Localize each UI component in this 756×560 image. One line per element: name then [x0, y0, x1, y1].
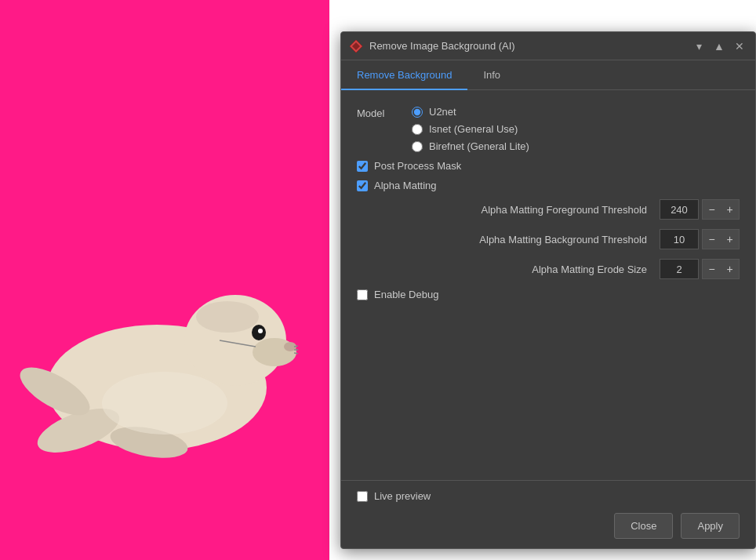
enable-debug-label: Enable Debug: [374, 289, 438, 300]
radio-birefnet-label: Birefnet (General Lite): [429, 140, 529, 152]
foreground-threshold-control: 240 − +: [660, 199, 740, 220]
apply-button[interactable]: Apply: [681, 513, 740, 539]
model-label: Model: [357, 106, 412, 119]
erode-size-row: Alpha Matting Erode Size 2 − +: [357, 259, 740, 279]
erode-size-increment[interactable]: +: [721, 259, 740, 279]
svg-point-5: [258, 329, 263, 333]
alpha-matting-label: Alpha Matting: [374, 180, 437, 191]
foreground-threshold-label: Alpha Matting Foreground Threshold: [357, 204, 660, 216]
foreground-threshold-value: 240: [660, 199, 699, 220]
post-process-mask-label: Post Process Mask: [374, 160, 461, 172]
radio-u2net-label: U2net: [429, 106, 456, 118]
app-icon: [349, 39, 363, 53]
minimize-button[interactable]: ▾: [691, 38, 707, 54]
tab-remove-background[interactable]: Remove Background: [341, 61, 467, 90]
model-radio-group: U2net Isnet (General Use) Birefnet (Gene…: [412, 106, 529, 152]
radio-isnet[interactable]: Isnet (General Use): [412, 123, 529, 135]
erode-size-decrement[interactable]: −: [702, 259, 721, 279]
close-button[interactable]: Close: [614, 513, 673, 539]
radio-u2net[interactable]: U2net: [412, 106, 529, 118]
live-preview-label: Live preview: [374, 490, 431, 502]
background-threshold-increment[interactable]: +: [721, 229, 740, 249]
background-threshold-value: 10: [660, 229, 699, 249]
dialog-footer: Close Apply: [357, 513, 740, 539]
dialog-bottom: Live preview Close Apply: [341, 480, 755, 548]
background-threshold-decrement[interactable]: −: [702, 229, 721, 249]
erode-size-label: Alpha Matting Erode Size: [357, 264, 660, 275]
canvas-area: [0, 0, 329, 560]
title-bar-left: Remove Image Background (AI): [349, 39, 515, 53]
dialog: Remove Image Background (AI) ▾ ▲ ✕ Remov…: [340, 31, 756, 549]
foreground-threshold-decrement[interactable]: −: [702, 199, 721, 220]
post-process-mask-row[interactable]: Post Process Mask: [357, 160, 740, 172]
background-threshold-label: Alpha Matting Background Threshold: [357, 234, 660, 245]
dialog-content: Model U2net Isnet (General Use) Birefnet…: [341, 90, 755, 480]
alpha-matting-checkbox[interactable]: [357, 180, 368, 191]
enable-debug-row[interactable]: Enable Debug: [357, 289, 740, 300]
close-dialog-button[interactable]: ✕: [732, 38, 747, 54]
tabs-bar: Remove Background Info: [341, 60, 755, 90]
erode-size-control: 2 − +: [660, 259, 740, 279]
radio-isnet-label: Isnet (General Use): [429, 123, 518, 135]
foreground-threshold-row: Alpha Matting Foreground Threshold 240 −…: [357, 199, 740, 220]
title-bar-controls: ▾ ▲ ✕: [691, 38, 747, 54]
radio-birefnet[interactable]: Birefnet (General Lite): [412, 140, 529, 152]
tab-info[interactable]: Info: [467, 61, 516, 90]
seal-image: [16, 231, 298, 466]
restore-button[interactable]: ▲: [711, 38, 727, 54]
erode-size-value: 2: [660, 259, 699, 279]
alpha-matting-row[interactable]: Alpha Matting: [357, 180, 740, 191]
live-preview-row[interactable]: Live preview: [357, 490, 740, 502]
background-threshold-row: Alpha Matting Background Threshold 10 − …: [357, 229, 740, 249]
dialog-title: Remove Image Background (AI): [369, 40, 515, 52]
foreground-threshold-increment[interactable]: +: [721, 199, 740, 220]
enable-debug-checkbox[interactable]: [357, 289, 368, 300]
model-row: Model U2net Isnet (General Use) Birefnet…: [357, 106, 740, 152]
svg-point-13: [102, 372, 227, 435]
svg-point-14: [196, 301, 259, 333]
live-preview-checkbox[interactable]: [357, 491, 368, 502]
title-bar: Remove Image Background (AI) ▾ ▲ ✕: [341, 32, 755, 60]
post-process-mask-checkbox[interactable]: [357, 161, 368, 172]
background-threshold-control: 10 − +: [660, 229, 740, 249]
